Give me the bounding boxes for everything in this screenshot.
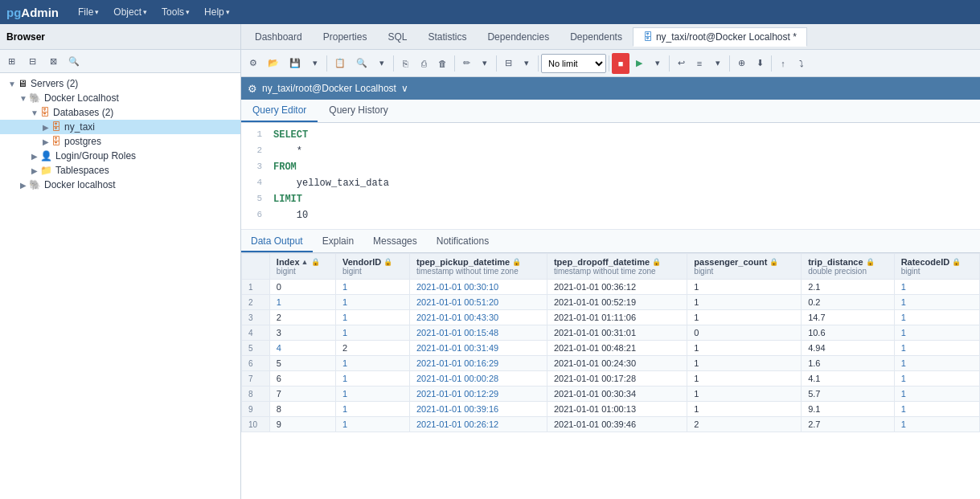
col-distance[interactable]: trip_distance 🔒 double precision — [802, 254, 895, 280]
sidebar-tool-table[interactable]: ⊠ — [43, 51, 63, 71]
tree-item-servers[interactable]: ▼ 🖥 Servers (2) — [0, 76, 240, 91]
tools-caret-icon: ▾ — [186, 8, 190, 16]
tree-item-databases[interactable]: ▼ 🗄 Databases (2) — [0, 105, 240, 120]
line-code-1: SELECT — [270, 128, 980, 144]
index-r9: 8 — [269, 402, 335, 417]
tab-query-history[interactable]: Query History — [318, 100, 399, 122]
tab-notifications[interactable]: Notifications — [427, 231, 498, 252]
toolbar-upload-btn[interactable]: ↑ — [774, 53, 792, 74]
menu-tools[interactable]: Tools ▾ — [155, 3, 196, 21]
nytaxi-db-icon: 🗄 — [51, 121, 61, 133]
toolbar-edit-caret-btn[interactable]: ▾ — [476, 53, 494, 74]
toolbar-filter-caret-btn[interactable]: ▾ — [518, 53, 535, 74]
login-roles-arrow-icon: ▶ — [29, 152, 40, 161]
toolbar-sep5 — [538, 55, 539, 72]
menu-file[interactable]: File ▾ — [72, 3, 105, 21]
toolbar-sep6 — [609, 55, 609, 72]
query-tool-db-icon: 🗄 — [643, 31, 653, 43]
toolbar-view-caret-btn[interactable]: ▾ — [709, 53, 727, 74]
vendorid-r7: 1 — [335, 371, 409, 387]
toolbar-copy2-btn[interactable]: ⎘ — [396, 53, 414, 74]
connection-bar: ⚙ ny_taxi/root@Docker Localhost ∨ — [241, 77, 980, 100]
distance-r3: 14.7 — [802, 310, 895, 325]
col-index[interactable]: Index ▲ 🔒 bigint — [269, 254, 335, 280]
docker2-arrow-icon: ▶ — [18, 181, 29, 190]
tab-dependents[interactable]: Dependents — [560, 27, 633, 47]
toolbar-download-btn[interactable]: ⬇ — [751, 53, 769, 74]
toolbar-paste-btn[interactable]: ⎙ — [415, 53, 433, 74]
toolbar-save-btn[interactable]: 💾 — [285, 53, 305, 74]
tab-dashboard[interactable]: Dashboard — [244, 27, 313, 47]
sidebar-tool-search[interactable]: 🔍 — [64, 51, 84, 71]
index-r10: 9 — [269, 417, 335, 432]
sidebar-tool-grid[interactable]: ⊟ — [23, 51, 42, 71]
toolbar-run-btn[interactable]: ▶ — [630, 53, 648, 74]
index-r3: 2 — [269, 310, 335, 325]
toolbar-explain-btn[interactable]: ⊕ — [732, 53, 750, 74]
docker-icon: 🐘 — [29, 92, 41, 104]
toolbar-find-caret-btn[interactable]: ▾ — [373, 53, 391, 74]
sidebar-tree: ▼ 🖥 Servers (2) ▼ 🐘 Docker Localhost ▼ 🗄… — [0, 73, 240, 499]
header-row: Index ▲ 🔒 bigint VendorID 🔒 bigint tpep_… — [242, 254, 980, 280]
tree-item-ny-taxi[interactable]: ▶ 🗄 ny_taxi — [0, 120, 240, 134]
toolbar-view-btn[interactable]: ≡ — [691, 53, 708, 74]
right-panel: Dashboard Properties SQL Statistics Depe… — [241, 24, 980, 499]
tab-dependencies[interactable]: Dependencies — [477, 27, 560, 47]
passengers-r9: 1 — [687, 402, 802, 417]
toolbar-stop-btn[interactable]: ■ — [612, 53, 629, 74]
docker-arrow-icon: ▼ — [18, 94, 29, 103]
tab-query-editor[interactable]: Query Editor — [241, 100, 318, 122]
toolbar-run-caret-btn[interactable]: ▾ — [649, 53, 666, 74]
tree-item-postgres[interactable]: ▶ 🗄 postgres — [0, 134, 240, 149]
index-r7: 6 — [269, 371, 335, 387]
tab-query-tool[interactable]: 🗄 ny_taxi/root@Docker Localhost * — [633, 27, 807, 47]
line-code-2: * — [270, 144, 980, 160]
toolbar-history-btn[interactable]: ↩ — [672, 53, 690, 74]
table-row: 7 6 1 2021-01-01 00:00:28 2021-01-01 00:… — [242, 371, 980, 387]
tab-explain[interactable]: Explain — [313, 231, 363, 252]
toolbar-copy-btn[interactable]: 📋 — [330, 53, 351, 74]
toolbar-filter-btn[interactable]: ⊟ — [499, 53, 517, 74]
index-r2: 1 — [269, 295, 335, 310]
table-row: 4 3 1 2021-01-01 00:15:48 2021-01-01 00:… — [242, 325, 980, 341]
toolbar-find-btn[interactable]: 🔍 — [351, 53, 372, 74]
passengers-r3: 1 — [687, 310, 802, 325]
toolbar-save-caret-btn[interactable]: ▾ — [306, 53, 324, 74]
col-vendorid-type: bigint — [342, 267, 403, 276]
toolbar-limit-select[interactable]: No limit 1000 rows 500 rows 100 rows — [541, 54, 606, 73]
pickup-r8: 2021-01-01 00:12:29 — [410, 387, 547, 402]
tab-statistics[interactable]: Statistics — [417, 27, 477, 47]
row-num-3: 3 — [242, 310, 270, 325]
tree-item-docker-localhost[interactable]: ▼ 🐘 Docker Localhost — [0, 91, 240, 105]
col-ratecode[interactable]: RatecodeID 🔒 bigint — [894, 254, 979, 280]
dropoff-r7: 2021-01-01 00:17:28 — [547, 371, 687, 387]
toolbar-query-btn[interactable]: ⚙ — [244, 53, 262, 74]
col-vendorid[interactable]: VendorID 🔒 bigint — [335, 254, 409, 280]
passengers-r6: 1 — [687, 356, 802, 371]
table-row: 9 8 1 2021-01-01 00:39:16 2021-01-01 01:… — [242, 402, 980, 417]
tab-messages[interactable]: Messages — [363, 231, 427, 252]
sidebar-tool-connect[interactable]: ⊞ — [2, 51, 21, 71]
menu-help[interactable]: Help ▾ — [198, 3, 236, 21]
toolbar-open-btn[interactable]: 📂 — [263, 53, 284, 74]
toolbar-more-btn[interactable]: ⤵ — [793, 53, 810, 74]
col-dropoff[interactable]: tpep_dropoff_datetime 🔒 timestamp withou… — [547, 254, 687, 280]
tree-item-login-roles[interactable]: ▶ 👤 Login/Group Roles — [0, 149, 240, 163]
menu-object[interactable]: Object ▾ — [107, 3, 154, 21]
passengers-r2: 1 — [687, 295, 802, 310]
col-passengers[interactable]: passenger_count 🔒 bigint — [687, 254, 802, 280]
tab-sql[interactable]: SQL — [377, 27, 417, 47]
table-row: 1 0 1 2021-01-01 00:30:10 2021-01-01 00:… — [242, 280, 980, 295]
data-table-wrap: Index ▲ 🔒 bigint VendorID 🔒 bigint tpep_… — [241, 253, 980, 499]
toolbar-delete-btn[interactable]: 🗑 — [433, 53, 452, 74]
tree-item-docker-localhost-2[interactable]: ▶ 🐘 Docker localhost — [0, 178, 240, 192]
toolbar-edit-btn[interactable]: ✏ — [457, 53, 475, 74]
line-num-2: 2 — [241, 144, 270, 160]
distance-r2: 0.2 — [802, 295, 895, 310]
sql-editor[interactable]: 1 SELECT 2 * 3 FROM 4 yellow_taxi_data 5… — [241, 123, 980, 230]
tab-data-output[interactable]: Data Output — [241, 231, 313, 252]
col-pickup[interactable]: tpep_pickup_datetime 🔒 timestamp without… — [410, 254, 547, 280]
tree-item-tablespaces[interactable]: ▶ 📁 Tablespaces — [0, 163, 240, 178]
tab-properties[interactable]: Properties — [313, 27, 378, 47]
passengers-r10: 2 — [687, 417, 802, 432]
